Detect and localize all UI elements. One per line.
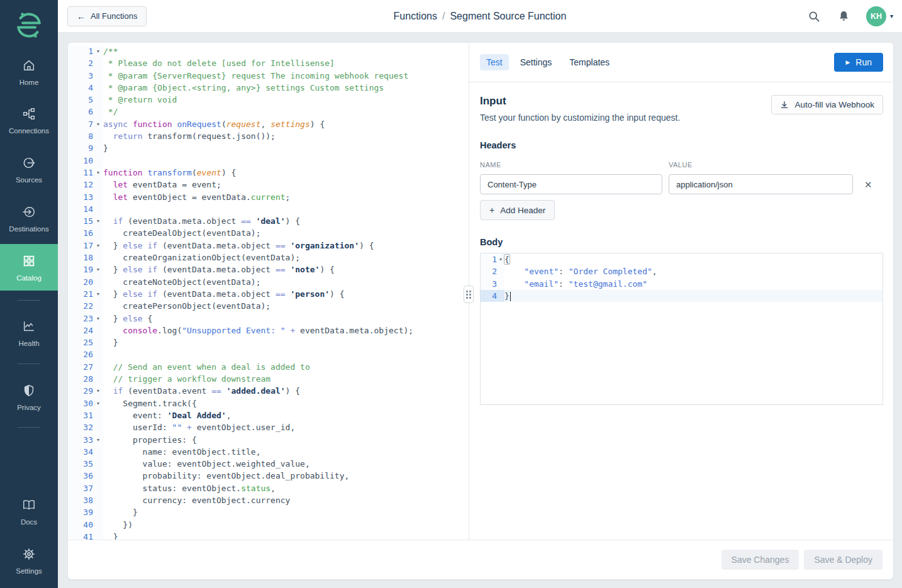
code-line[interactable]: 27 // Send an event when a deal is added… <box>68 361 469 373</box>
code-line[interactable]: 19▾ } else if (eventData.meta.object == … <box>68 263 469 275</box>
code-line[interactable]: 38 currency: eventObject.currency <box>68 494 469 506</box>
code-line[interactable]: 36 probability: eventObject.deal_probabi… <box>68 470 469 482</box>
code-line[interactable]: 39 } <box>68 506 469 518</box>
notifications-bell-icon[interactable] <box>837 9 851 24</box>
sidebar-item-destinations[interactable]: Destinations <box>0 205 58 233</box>
code-line[interactable]: 4 * @param {Object.<string, any>} settin… <box>68 82 469 94</box>
code-line[interactable]: 9} <box>68 142 469 154</box>
catalog-icon <box>22 254 36 268</box>
fold-arrow-icon[interactable]: ▾ <box>93 397 103 409</box>
code-line[interactable]: 23▾ } else { <box>68 313 469 325</box>
code-line[interactable]: 41 } <box>68 531 469 540</box>
code-line[interactable]: 12 let eventData = event; <box>68 179 469 191</box>
fold-arrow-icon[interactable]: ▾ <box>93 167 103 179</box>
code-line[interactable]: 2 "event": "Order Completed", <box>481 265 883 277</box>
code-line[interactable]: 10 <box>68 155 469 167</box>
sidebar-divider <box>18 363 40 364</box>
code-line[interactable]: 37 status: eventObject.status, <box>68 482 469 494</box>
code-line[interactable]: 1▾{ <box>481 253 883 265</box>
sidebar-item-home[interactable]: Home <box>0 58 58 86</box>
code-editor[interactable]: 1▾/**2 * Please do not delete [used for … <box>68 43 469 540</box>
line-gutter: 30▾ <box>68 397 103 409</box>
fold-arrow-icon[interactable]: ▾ <box>93 45 103 57</box>
fold-arrow-icon[interactable]: ▾ <box>93 434 103 446</box>
sidebar-item-catalog[interactable]: Catalog <box>0 244 58 291</box>
code-line[interactable]: 26 <box>68 348 469 360</box>
code-line[interactable]: 25 } <box>68 336 469 348</box>
function-editor-card: 1▾/**2 * Please do not delete [used for … <box>68 43 893 579</box>
sidebar-item-privacy[interactable]: Privacy <box>0 384 58 411</box>
all-functions-button[interactable]: ← All Functions <box>67 6 147 26</box>
line-number: 22 <box>74 300 93 312</box>
fold-arrow-icon[interactable]: ▾ <box>93 215 103 227</box>
tab-templates[interactable]: Templates <box>563 54 616 70</box>
fold-arrow-icon[interactable]: ▾ <box>93 240 103 252</box>
code-line[interactable]: 24 console.log("Unsupported Event: " + e… <box>68 325 469 336</box>
code-line[interactable]: 21▾ } else if (eventData.meta.object == … <box>68 288 469 300</box>
code-line[interactable]: 34 name: eventObject.title, <box>68 446 469 458</box>
fold-arrow-icon[interactable]: ▾ <box>93 118 103 130</box>
line-gutter: 9 <box>68 142 103 154</box>
line-number: 5 <box>74 94 93 106</box>
code-line[interactable]: 4} <box>481 290 883 302</box>
save-changes-button[interactable]: Save Changes <box>721 550 799 570</box>
code-line[interactable]: 5 * @return void <box>68 94 469 106</box>
code-line[interactable]: 11▾function transform(event) { <box>68 167 469 179</box>
fold-arrow-icon[interactable]: ▾ <box>93 385 103 397</box>
code-line[interactable]: 40 }) <box>68 519 469 531</box>
code-line[interactable]: 29▾ if (eventData.event == 'added.deal')… <box>68 385 469 397</box>
run-button[interactable]: ▶ Run <box>834 53 883 72</box>
sidebar-item-sources[interactable]: Sources <box>0 156 58 184</box>
fold-arrow-icon[interactable]: ▾ <box>93 263 103 275</box>
code-line[interactable]: 28 // trigger a workflow downstream <box>68 373 469 385</box>
sidebar-item-health[interactable]: Health <box>0 319 58 347</box>
add-header-label: Add Header <box>500 206 545 215</box>
segment-logo-icon[interactable] <box>14 10 44 40</box>
autofill-webhook-button[interactable]: Auto-fill via Webhook <box>771 95 883 114</box>
code-line[interactable]: 33▾ properties: { <box>68 434 469 446</box>
tab-test[interactable]: Test <box>480 54 509 70</box>
line-number: 16 <box>74 227 93 239</box>
save-deploy-button[interactable]: Save & Deploy <box>804 550 883 570</box>
fold-arrow-icon[interactable]: ▾ <box>93 313 103 325</box>
code-line[interactable]: 35 value: eventObject.weighted_value, <box>68 458 469 470</box>
sidebar-item-docs[interactable]: Docs <box>0 498 58 526</box>
code-line[interactable]: 18 createOrganizationObject(eventData); <box>68 252 469 263</box>
code-line[interactable]: 16 createDealObject(eventData); <box>68 227 469 239</box>
line-gutter: 36 <box>68 470 103 482</box>
code-line[interactable]: 1▾/** <box>68 45 469 57</box>
code-line[interactable]: 15▾ if (eventData.meta.object == 'deal')… <box>68 215 469 227</box>
line-gutter: 23▾ <box>68 313 103 325</box>
header-value-input[interactable] <box>669 174 853 194</box>
code-line[interactable]: 30▾ Segment.track({ <box>68 397 469 409</box>
breadcrumb-functions[interactable]: Functions <box>394 11 437 21</box>
code-line[interactable]: 17▾ } else if (eventData.meta.object == … <box>68 240 469 252</box>
body-json-editor[interactable]: 1▾{2 "event": "Order Completed",3 "email… <box>480 253 883 405</box>
code-line[interactable]: 8 return transform(request.json()); <box>68 130 469 142</box>
line-number: 3 <box>484 278 497 290</box>
breadcrumb-current: Segment Source Function <box>450 11 566 21</box>
tab-settings[interactable]: Settings <box>514 54 559 70</box>
fold-arrow-icon[interactable]: ▾ <box>93 288 103 300</box>
chevron-down-icon[interactable]: ▾ <box>890 13 893 19</box>
remove-header-icon[interactable]: ✕ <box>864 180 872 189</box>
search-icon[interactable] <box>806 9 821 24</box>
code-line[interactable]: 31 event: 'Deal Added', <box>68 409 469 421</box>
line-number: 23 <box>74 313 93 325</box>
code-line[interactable]: 32 userId: "" + eventObject.user_id, <box>68 421 469 433</box>
sidebar-item-connections[interactable]: Connections <box>0 107 58 135</box>
code-line[interactable]: 3 * @param {ServerRequest} request The i… <box>68 70 469 82</box>
code-line[interactable]: 20 createNoteObject(eventData); <box>68 276 469 288</box>
code-line[interactable]: 7▾async function onRequest(request, sett… <box>68 118 469 130</box>
code-line[interactable]: 6 */ <box>68 106 469 118</box>
code-line[interactable]: 13 let eventObject = eventData.current; <box>68 191 469 203</box>
code-line[interactable]: 2 * Please do not delete [used for Intel… <box>68 57 469 69</box>
code-line[interactable]: 3 "email": "test@gmail.com" <box>481 278 883 290</box>
avatar[interactable]: KH <box>866 6 886 26</box>
user-menu[interactable]: KH ▾ <box>866 6 893 26</box>
add-header-button[interactable]: + Add Header <box>480 200 555 220</box>
code-line[interactable]: 22 createPersonObject(eventData); <box>68 300 469 312</box>
code-line[interactable]: 14 <box>68 203 469 215</box>
sidebar-item-settings[interactable]: Settings <box>0 547 58 575</box>
header-name-input[interactable] <box>480 174 662 194</box>
